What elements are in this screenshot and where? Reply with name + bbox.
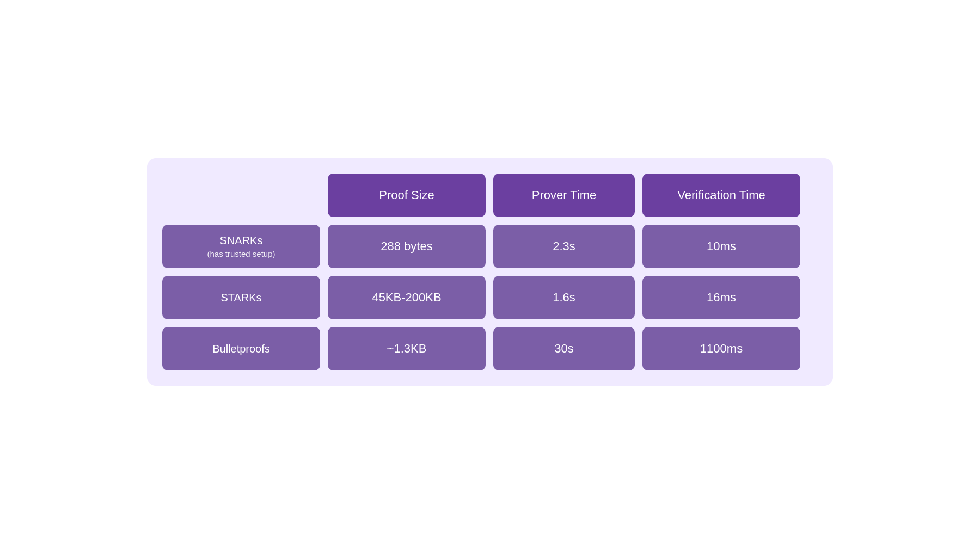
row-label-bulletproofs: Bulletproofs bbox=[162, 327, 320, 370]
bulletproofs-proof-size: ~1.3KB bbox=[328, 327, 486, 370]
snarks-prover-time: 2.3s bbox=[493, 225, 635, 268]
bulletproofs-verification-time: 1100ms bbox=[642, 327, 800, 370]
table-grid: Proof Size Prover Time Verification Time… bbox=[162, 174, 818, 370]
header-prover-time: Prover Time bbox=[493, 174, 635, 217]
header-empty-cell bbox=[162, 174, 320, 217]
starks-prover-time: 1.6s bbox=[493, 276, 635, 319]
row-label-starks: STARKs bbox=[162, 276, 320, 319]
snarks-proof-size: 288 bytes bbox=[328, 225, 486, 268]
starks-verification-time: 16ms bbox=[642, 276, 800, 319]
row-label-snarks: SNARKs (has trusted setup) bbox=[162, 225, 320, 268]
bulletproofs-prover-time: 30s bbox=[493, 327, 635, 370]
starks-proof-size: 45KB-200KB bbox=[328, 276, 486, 319]
snarks-verification-time: 10ms bbox=[642, 225, 800, 268]
header-verification-time: Verification Time bbox=[642, 174, 800, 217]
header-proof-size: Proof Size bbox=[328, 174, 486, 217]
comparison-table: Proof Size Prover Time Verification Time… bbox=[147, 158, 833, 386]
